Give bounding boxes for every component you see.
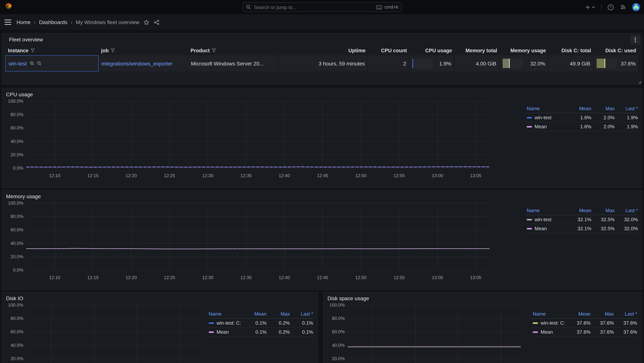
breadcrumb-dashboards[interactable]: Dashboards [39,19,67,25]
svg-text:0.0%: 0.0% [13,267,23,272]
legend-col-name[interactable]: Name [531,311,567,317]
legend-col-mean[interactable]: Mean [568,106,591,111]
memory-usage-chart[interactable]: 0.0%20.0%40.0%60.0%80.0%100.0%12:1012:15… [4,199,493,282]
legend-col-last[interactable]: Last * [290,311,313,317]
breadcrumb-current: My Windows fleet overview [76,19,139,25]
fleet-col-job[interactable]: job [98,46,188,55]
search-input[interactable] [253,4,376,10]
bar-gauge [503,59,523,68]
legend-value: 0.1% [290,329,313,335]
legend-series-name[interactable]: win-test [525,115,568,120]
filter-icon[interactable] [212,48,216,53]
hamburger-menu-icon[interactable] [4,20,11,25]
legend-header-row: NameMeanMaxLast * [207,309,313,319]
new-button[interactable] [585,4,595,10]
breadcrumb-separator: › [71,19,72,25]
fleet-col-memory-total[interactable]: Memory total [455,46,500,55]
svg-text:?: ? [610,5,612,9]
panel-fleet-overview: Fleet overview InstancejobProductUptimeC… [2,33,642,85]
legend-col-name[interactable]: Name [525,106,568,111]
star-icon[interactable] [144,19,150,25]
legend-col-last[interactable]: Last * [615,208,638,213]
legend-col-name[interactable]: Name [525,208,568,213]
legend-value: 1.6% [568,124,591,129]
panel-title[interactable]: Fleet overview [9,37,43,43]
legend-col-last[interactable]: Last * [614,311,637,317]
disk-io-chart[interactable]: 0.0%20.0%40.0%60.0%80.0%100.0%12:1512:30… [4,300,203,363]
svg-text:80.0%: 80.0% [10,316,23,321]
disk-space-usage-chart[interactable]: 0.0%20.0%40.0%60.0%80.0%100.0%12:1512:30… [326,300,524,363]
svg-text:12:55: 12:55 [394,173,405,178]
legend-col-mean[interactable]: Mean [568,208,591,213]
svg-text:12:10: 12:10 [49,173,60,178]
legend-col-mean[interactable]: Mean [567,311,590,317]
legend-row: Mean1.6%2.0%1.9% [525,122,638,131]
legend-col-max[interactable]: Max [590,311,614,317]
cpu-usage-chart[interactable]: 0.0%20.0%40.0%60.0%80.0%100.0%12:1012:15… [4,97,493,180]
panel-disk-io: Disk IO 0.0%20.0%40.0%60.0%80.0%100.0%12… [2,292,318,363]
legend-value: 2.0% [591,115,615,120]
svg-text:12:30: 12:30 [202,173,213,178]
svg-text:60.0%: 60.0% [10,125,23,130]
search-icon [246,5,251,10]
help-icon[interactable]: ? [608,4,614,10]
fleet-col-memory-usage[interactable]: Memory usage [500,46,548,55]
grafana-logo-icon[interactable] [4,2,14,12]
legend-value: 0.1% [243,320,266,326]
divider [601,4,602,11]
legend-col-name[interactable]: Name [207,311,243,317]
legend-col-max[interactable]: Max [266,311,290,317]
legend-col-mean[interactable]: Mean [243,311,266,317]
legend-col-last[interactable]: Last * [615,106,638,111]
panel-resize-handle[interactable] [638,81,641,84]
legend-row: win-test1.6%2.0%1.9% [525,113,638,122]
job-cell-link[interactable]: integrations/windows_exporter [102,60,172,66]
series-color-swatch [533,331,538,333]
legend-value: 37.6% [590,320,614,326]
keyboard-icon [376,5,382,9]
legend-series-name[interactable]: Mean [525,226,568,231]
fleet-col-cpu-usage[interactable]: CPU usage [410,46,455,55]
zoom-out-magnifier-icon[interactable] [37,61,42,66]
breadcrumb-home[interactable]: Home [16,19,31,25]
legend-value: 37.6% [614,320,637,326]
legend-value: 32.0% [615,226,638,231]
panel-cpu-usage: CPU usage 0.0%20.0%40.0%60.0%80.0%100.0%… [2,88,642,188]
legend-value: 32.1% [568,217,591,222]
legend-value: 1.9% [615,115,638,120]
legend-series-name[interactable]: Mean [525,124,568,129]
legend-value: 2.0% [591,124,615,129]
legend-value: 32.0% [615,217,638,222]
instance-cell-link[interactable]: win-test [9,60,27,66]
filter-icon[interactable] [110,48,115,53]
svg-text:12:45: 12:45 [317,173,328,178]
fleet-col-product[interactable]: Product [188,46,278,55]
legend-series-name[interactable]: win-test: C: [531,320,567,326]
fleet-header-row: InstancejobProductUptimeCPU countCPU usa… [5,46,639,55]
svg-text:12:20: 12:20 [126,275,137,280]
svg-text:60.0%: 60.0% [10,329,23,334]
svg-text:12:30: 12:30 [202,275,213,280]
fleet-col-uptime[interactable]: Uptime [278,46,368,55]
legend-series-name[interactable]: win-test [525,217,568,222]
svg-text:100.0%: 100.0% [8,200,23,206]
kebab-menu-icon[interactable] [630,35,640,45]
share-icon[interactable] [154,19,160,25]
legend-value: 0.1% [290,320,313,326]
legend-series-name[interactable]: win-test: C: [207,320,243,326]
cpu-usage-cell: 1.9% [410,55,455,72]
user-avatar[interactable] [632,3,640,11]
zoom-in-magnifier-icon[interactable] [30,61,34,66]
legend-series-name[interactable]: Mean [207,329,243,335]
search-input-wrap[interactable]: cmd+k [242,2,402,12]
fleet-col-cpu-count[interactable]: CPU count [368,46,410,55]
filter-icon[interactable] [30,48,35,53]
fleet-col-instance[interactable]: Instance [5,46,98,55]
legend-col-max[interactable]: Max [591,106,615,111]
fleet-col-disk-c-used[interactable]: Disk C: used [594,46,639,55]
fleet-col-disk-c-total[interactable]: Disk C: total [548,46,594,55]
legend-series-name[interactable]: Mean [531,329,567,335]
news-rss-icon[interactable] [620,4,626,10]
svg-text:20.0%: 20.0% [10,254,23,259]
legend-col-max[interactable]: Max [591,208,615,213]
